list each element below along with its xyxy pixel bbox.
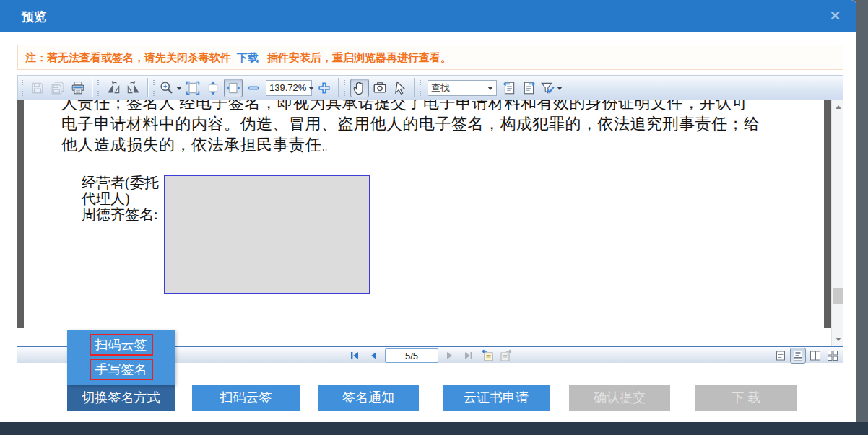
notice-text-after: 插件安装后，重启浏览器再进行查看。 (267, 51, 451, 63)
signature-field[interactable] (164, 175, 370, 294)
signature-label: 经营者(委托 代理人) 周德齐签名: (82, 175, 162, 222)
first-page-icon (350, 351, 360, 361)
download-plugin-link[interactable]: 下载 (237, 51, 259, 63)
previous-page-button[interactable] (366, 348, 381, 363)
dialog-header: 预览 ✕ (0, 0, 856, 32)
signature-label-line: 周德齐签名: (82, 206, 162, 222)
select-tool-button[interactable] (391, 79, 409, 97)
menu-item-scan-cloud-sign[interactable]: 扫码云签 (90, 334, 153, 356)
previous-page-icon (368, 351, 378, 361)
fit-page-icon (186, 81, 200, 95)
notice-text: 注：若无法查看或签名，请先关闭杀毒软件 (25, 51, 231, 63)
document-viewer: 人责任；签名人 经电子签名，即视为其承诺提交了电子申请材料和有效的身份证明文件，… (17, 100, 843, 346)
zoom-in-button[interactable] (315, 79, 334, 97)
plus-icon (318, 82, 331, 95)
toolbar-grip (420, 80, 422, 96)
confirm-submit-button: 确认提交 (569, 385, 670, 411)
previous-view-icon (481, 349, 494, 362)
zoom-level-caret (308, 87, 314, 93)
next-page-icon (445, 351, 455, 361)
continuous-view-button[interactable] (790, 348, 806, 364)
toolbar-grip (22, 80, 25, 96)
zoom-level-combo[interactable]: 139.72% (266, 80, 312, 96)
rotate-left-button[interactable] (104, 79, 123, 97)
first-page-button[interactable] (347, 348, 362, 363)
scroll-down-arrow[interactable] (832, 333, 843, 346)
page-margin-left (17, 100, 24, 328)
handwrite-sign-label: 手写签名 (90, 359, 153, 380)
hand-tool-button[interactable] (350, 79, 369, 97)
next-view-icon (500, 349, 513, 362)
document-line: 电子申请材料中的内容。伪造、冒用、盗用他人的电子签名，构成犯罪的，依法追究刑事责… (61, 113, 824, 134)
save-all-button (48, 79, 67, 97)
fit-width-button[interactable] (204, 79, 222, 97)
signature-section: 经营者(委托 代理人) 周德齐签名: (24, 175, 824, 294)
funnel-check-icon (540, 81, 555, 95)
filter-caret (557, 87, 563, 93)
page-layout-controls (773, 347, 841, 364)
signature-label-line: 代理人) (82, 190, 162, 206)
cloud-cert-apply-button[interactable]: 云证书申请 (443, 385, 550, 411)
actual-size-icon (226, 81, 240, 95)
document-line-clipped: 人责任；签名人 经电子签名，即视为其承诺提交了电子申请材料和有效的身份证明文件，… (61, 100, 824, 113)
find-next-button[interactable] (520, 79, 539, 97)
facing-pages-icon (810, 350, 821, 361)
toolbar-separator (147, 78, 148, 97)
zoom-level-value: 139.72% (269, 82, 306, 93)
actual-size-button[interactable] (224, 79, 243, 97)
scroll-up-arrow[interactable] (832, 100, 843, 113)
toolbar-separator (92, 78, 92, 97)
fit-page-button[interactable] (183, 79, 202, 97)
toolbar-separator (338, 78, 339, 97)
continuous-facing-icon (827, 350, 838, 361)
rotate-right-icon (126, 80, 142, 96)
scrollbar-thumb[interactable] (833, 288, 843, 304)
download-button: 下 载 (695, 385, 797, 411)
triangle-down-icon (836, 338, 841, 344)
menu-item-handwrite-sign[interactable]: 手写签名 (90, 359, 153, 380)
pager-controls (347, 347, 513, 364)
preview-dialog: 预览 ✕ 注：若无法查看或签名，请先关闭杀毒软件下载插件安装后，重启浏览器再进行… (0, 0, 856, 422)
dialog-title: 预览 (22, 9, 46, 25)
scan-cloud-sign-button[interactable]: 扫码云签 (192, 385, 300, 411)
signature-method-popup: 扫码云签 手写签名 (67, 330, 175, 385)
zoom-in-tool-button[interactable] (160, 79, 182, 97)
minus-icon (247, 82, 260, 95)
pdf-page: 人责任；签名人 经电子签名，即视为其承诺提交了电子申请材料和有效的身份证明文件，… (24, 100, 824, 328)
signature-label-line: 经营者(委托 (82, 175, 162, 190)
notice-bar: 注：若无法查看或签名，请先关闭杀毒软件下载插件安装后，重启浏览器再进行查看。 (17, 45, 843, 70)
vertical-scrollbar[interactable] (831, 100, 843, 346)
switch-sign-method-button[interactable]: 切换签名方式 (67, 385, 175, 411)
save-icon (31, 82, 44, 95)
camera-icon (373, 81, 387, 95)
page-margin-right (824, 100, 831, 328)
previous-view-button[interactable] (480, 348, 495, 363)
facing-view-button[interactable] (807, 348, 823, 364)
magnifier-plus-icon (160, 81, 174, 95)
fill-sign-filter-button[interactable] (540, 79, 563, 97)
triangle-up-icon (836, 102, 841, 109)
find-combo[interactable]: 查找 (428, 80, 497, 96)
document-line: 他人造成损失的，依法承担民事责任。 (61, 134, 824, 155)
scan-cloud-sign-label: 扫码云签 (90, 334, 153, 356)
print-icon (71, 81, 85, 95)
toolbar-grip (97, 80, 100, 96)
select-cursor-icon (393, 81, 407, 95)
close-icon[interactable]: ✕ (830, 8, 841, 24)
toolbar-grip (344, 80, 347, 96)
save-all-icon (51, 82, 64, 95)
sign-notify-button[interactable]: 签名通知 (318, 385, 419, 411)
zoom-out-button[interactable] (244, 79, 263, 97)
find-next-icon (522, 81, 537, 95)
page-background-bottom (0, 422, 868, 435)
rotate-right-button[interactable] (124, 79, 143, 97)
next-view-button (499, 348, 513, 363)
continuous-facing-view-button[interactable] (825, 348, 841, 364)
snapshot-button[interactable] (370, 79, 389, 97)
hand-icon (352, 81, 367, 95)
print-button[interactable] (69, 79, 87, 97)
last-page-icon (464, 351, 474, 361)
page-number-input[interactable] (385, 348, 438, 363)
single-page-view-button[interactable] (773, 348, 789, 364)
find-previous-button[interactable] (500, 79, 518, 97)
